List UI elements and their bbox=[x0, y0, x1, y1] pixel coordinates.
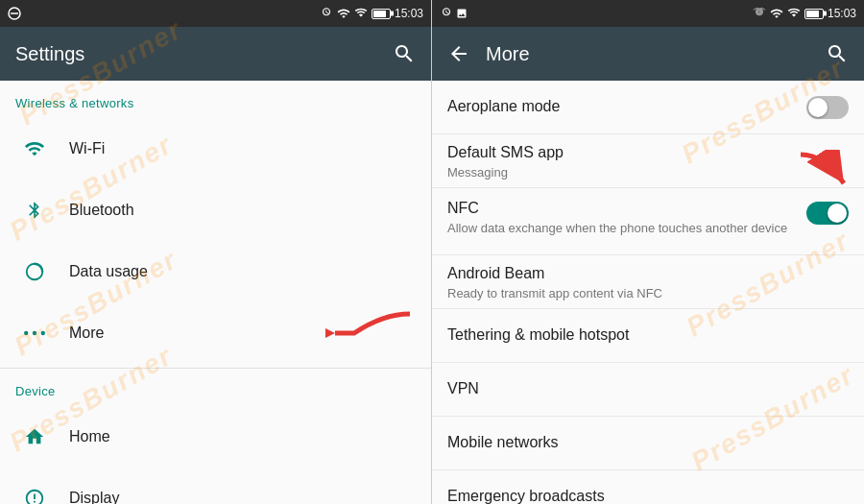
right-alarm-icon bbox=[440, 7, 453, 20]
right-alarm2-icon bbox=[753, 7, 766, 20]
nfc-text: NFC Allow data exchange when the phone t… bbox=[447, 198, 806, 235]
alarm-icon bbox=[320, 7, 333, 20]
aeroplane-mode-item[interactable]: Aeroplane mode bbox=[432, 81, 864, 134]
mobile-networks-title: Mobile networks bbox=[447, 432, 849, 453]
right-status-time: 15:03 bbox=[828, 7, 856, 20]
sidebar-item-more[interactable]: More bbox=[0, 302, 431, 364]
data-usage-icon bbox=[24, 261, 45, 282]
sidebar-item-display[interactable]: Display bbox=[0, 468, 431, 504]
more-app-bar: More bbox=[432, 27, 864, 81]
mobile-networks-item[interactable]: Mobile networks bbox=[432, 417, 864, 470]
display-icon-container bbox=[15, 488, 54, 504]
settings-panel: 15:03 Settings Wireless & networks Wi-Fi bbox=[0, 0, 432, 504]
settings-content: Wireless & networks Wi-Fi Bluetooth bbox=[0, 81, 431, 504]
aeroplane-toggle[interactable] bbox=[806, 96, 849, 119]
display-icon bbox=[24, 488, 45, 504]
sms-subtitle: Messaging bbox=[447, 165, 849, 180]
tethering-text: Tethering & mobile hotspot bbox=[447, 324, 849, 346]
bluetooth-label: Bluetooth bbox=[69, 202, 134, 219]
home-icon bbox=[24, 426, 45, 447]
more-content: Aeroplane mode Default SMS app Messaging… bbox=[432, 81, 864, 504]
android-beam-subtitle: Ready to transmit app content via NFC bbox=[447, 286, 849, 300]
left-status-bar: 15:03 bbox=[0, 0, 431, 27]
home-label: Home bbox=[69, 428, 110, 445]
svg-point-4 bbox=[33, 331, 36, 335]
sidebar-item-data[interactable]: Data usage bbox=[0, 241, 431, 302]
android-beam-title: Android Beam bbox=[447, 263, 849, 284]
right-photo-icon bbox=[456, 8, 468, 19]
settings-app-bar: Settings bbox=[0, 27, 431, 81]
sidebar-item-wifi[interactable]: Wi-Fi bbox=[0, 118, 431, 180]
battery-icon bbox=[372, 9, 391, 19]
left-status-icons bbox=[8, 7, 316, 20]
wifi-signal-icon bbox=[354, 7, 368, 20]
wifi-icon bbox=[24, 138, 45, 159]
svg-point-3 bbox=[24, 331, 28, 335]
mobile-networks-text: Mobile networks bbox=[447, 432, 849, 453]
right-status-left-icons bbox=[440, 7, 749, 20]
vpn-item[interactable]: VPN bbox=[432, 363, 864, 417]
more-red-arrow bbox=[325, 304, 412, 352]
tethering-title: Tethering & mobile hotspot bbox=[447, 324, 849, 346]
more-icon-container bbox=[15, 328, 54, 338]
settings-title: Settings bbox=[15, 43, 393, 65]
signal-icon bbox=[337, 7, 350, 20]
right-battery-icon bbox=[804, 9, 824, 19]
more-panel: 15:03 More Aeroplane mode bbox=[432, 0, 864, 504]
display-label: Display bbox=[69, 490, 119, 504]
right-signal-icon bbox=[770, 7, 783, 20]
emergency-title: Emergency broadcasts bbox=[447, 486, 849, 504]
tethering-item[interactable]: Tethering & mobile hotspot bbox=[432, 309, 864, 363]
more-title: More bbox=[486, 43, 826, 65]
do-not-disturb-icon bbox=[8, 7, 21, 20]
android-beam-item[interactable]: Android Beam Ready to transmit app conte… bbox=[432, 255, 864, 309]
nfc-toggle-thumb bbox=[828, 204, 847, 223]
more-label: More bbox=[69, 324, 104, 342]
right-status-bar: 15:03 bbox=[432, 0, 864, 27]
nfc-toggle[interactable] bbox=[806, 202, 849, 225]
left-status-time: 15:03 bbox=[395, 7, 423, 20]
bluetooth-icon-container bbox=[15, 200, 54, 221]
settings-search-icon[interactable] bbox=[393, 42, 416, 65]
aeroplane-text: Aeroplane mode bbox=[447, 96, 806, 117]
sms-app-item[interactable]: Default SMS app Messaging bbox=[432, 134, 864, 188]
dual-screen: PressBurner PressBurner PressBurner Pres… bbox=[0, 0, 864, 504]
nfc-toggle-area bbox=[806, 198, 849, 225]
sms-title: Default SMS app bbox=[447, 142, 849, 163]
data-label: Data usage bbox=[69, 263, 148, 280]
vpn-title: VPN bbox=[447, 378, 849, 399]
emergency-text: Emergency broadcasts bbox=[447, 486, 849, 504]
svg-point-5 bbox=[41, 331, 45, 335]
device-section-header: Device bbox=[0, 369, 431, 406]
wifi-icon-container bbox=[15, 138, 54, 159]
emergency-broadcasts-item[interactable]: Emergency broadcasts bbox=[432, 470, 864, 504]
nfc-item[interactable]: NFC Allow data exchange when the phone t… bbox=[432, 188, 864, 255]
left-status-right-icons: 15:03 bbox=[320, 7, 423, 20]
home-icon-container bbox=[15, 426, 54, 447]
aeroplane-title: Aeroplane mode bbox=[447, 96, 806, 117]
wireless-section-header: Wireless & networks bbox=[0, 81, 431, 118]
more-search-icon[interactable] bbox=[826, 42, 849, 65]
data-icon-container bbox=[15, 261, 54, 282]
nfc-subtitle: Allow data exchange when the phone touch… bbox=[447, 221, 806, 235]
back-button[interactable] bbox=[447, 42, 470, 65]
sms-text: Default SMS app Messaging bbox=[447, 142, 849, 180]
sidebar-item-home[interactable]: Home bbox=[0, 406, 431, 468]
right-status-right-icons: 15:03 bbox=[753, 7, 856, 20]
vpn-text: VPN bbox=[447, 378, 849, 399]
nfc-title: NFC bbox=[447, 198, 806, 219]
aeroplane-toggle-thumb bbox=[808, 98, 828, 117]
right-wifi-signal-icon bbox=[787, 7, 801, 20]
sidebar-item-bluetooth[interactable]: Bluetooth bbox=[0, 180, 431, 241]
bluetooth-icon bbox=[25, 200, 44, 221]
more-dots-icon bbox=[24, 328, 45, 338]
wifi-label: Wi-Fi bbox=[69, 140, 105, 157]
android-beam-text: Android Beam Ready to transmit app conte… bbox=[447, 263, 849, 300]
